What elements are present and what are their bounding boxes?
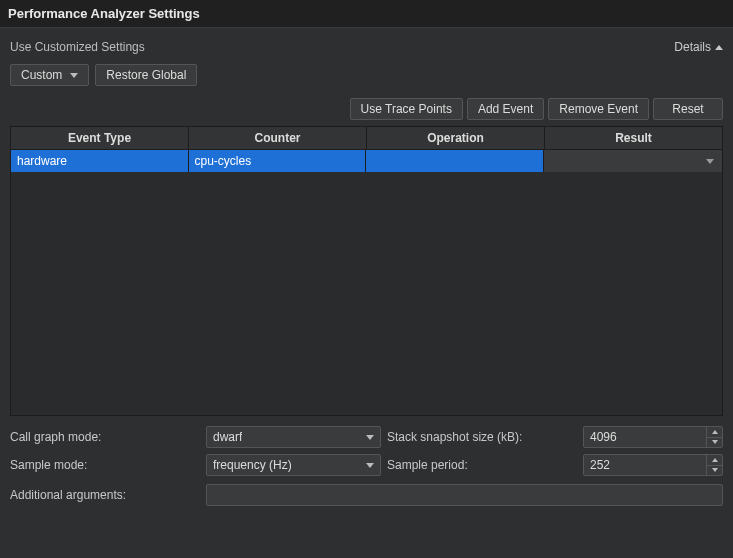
sample-period-input[interactable]: 252 [583, 454, 723, 476]
col-result[interactable]: Result [545, 127, 722, 149]
table-row[interactable]: hardware cpu-cycles [11, 150, 722, 172]
preset-dropdown[interactable]: Custom [10, 64, 89, 86]
details-label: Details [674, 40, 711, 54]
col-operation[interactable]: Operation [367, 127, 545, 149]
call-graph-mode-select[interactable]: dwarf [206, 426, 381, 448]
step-up-icon[interactable] [707, 427, 722, 438]
chevron-down-icon [706, 159, 714, 164]
step-down-icon[interactable] [707, 466, 722, 476]
chevron-down-icon [70, 73, 78, 78]
col-event-type[interactable]: Event Type [11, 127, 189, 149]
sample-mode-label: Sample mode: [10, 458, 200, 472]
add-event-button[interactable]: Add Event [467, 98, 544, 120]
sample-period-stepper[interactable] [706, 455, 722, 475]
cell-event-type[interactable]: hardware [11, 150, 189, 172]
call-graph-mode-label: Call graph mode: [10, 430, 200, 444]
stack-snapshot-stepper[interactable] [706, 427, 722, 447]
sample-mode-select[interactable]: frequency (Hz) [206, 454, 381, 476]
col-counter[interactable]: Counter [189, 127, 367, 149]
sample-period-label: Sample period: [387, 458, 577, 472]
additional-args-input[interactable] [206, 484, 723, 506]
table-body: hardware cpu-cycles [11, 150, 722, 415]
remove-event-button[interactable]: Remove Event [548, 98, 649, 120]
step-down-icon[interactable] [707, 438, 722, 448]
chevron-down-icon [366, 435, 374, 440]
events-table: Event Type Counter Operation Result hard… [10, 126, 723, 416]
page-title: Performance Analyzer Settings [0, 0, 733, 28]
stack-snapshot-label: Stack snapshot size (kB): [387, 430, 577, 444]
additional-args-label: Additional arguments: [10, 488, 200, 502]
cell-operation[interactable] [366, 150, 544, 172]
restore-global-button[interactable]: Restore Global [95, 64, 197, 86]
stack-snapshot-input[interactable]: 4096 [583, 426, 723, 448]
preset-dropdown-label: Custom [21, 68, 62, 82]
section-label: Use Customized Settings [10, 40, 145, 54]
table-header-row: Event Type Counter Operation Result [11, 127, 722, 150]
reset-button[interactable]: Reset [653, 98, 723, 120]
cell-counter[interactable]: cpu-cycles [189, 150, 367, 172]
chevron-up-icon [715, 45, 723, 50]
chevron-down-icon [366, 463, 374, 468]
step-up-icon[interactable] [707, 455, 722, 466]
use-trace-points-button[interactable]: Use Trace Points [350, 98, 463, 120]
details-toggle[interactable]: Details [674, 40, 723, 54]
cell-result-dropdown[interactable] [544, 150, 723, 172]
